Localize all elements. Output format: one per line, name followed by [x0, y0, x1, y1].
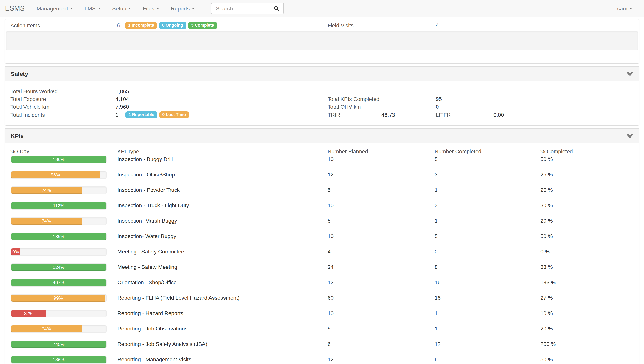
- kpi-number-planned: 10: [328, 228, 334, 244]
- user-menu[interactable]: cam: [617, 6, 644, 12]
- kpi-number-completed: 5: [434, 228, 438, 244]
- kpi-pct-completed: 10 %: [540, 305, 553, 321]
- kpi-progress-bar: 93%: [11, 171, 100, 178]
- action-items-count[interactable]: 6: [117, 19, 120, 31]
- kpi-type: Meeting - Safety Committee: [118, 244, 184, 259]
- panel-overview: Action Items 6 1 Incomplete0 Ongoing5 Co…: [4, 19, 640, 64]
- nav-item-label: Setup: [112, 6, 126, 12]
- kpi-table-row: 99% Reporting - FLHA (Field Level Hazard…: [5, 290, 639, 305]
- caret-icon: [70, 8, 73, 9]
- kpis-panel-heading: KPIs: [5, 129, 639, 143]
- status-badge: 0 Lost Time: [159, 111, 189, 118]
- kpi-pct-completed: 50 %: [540, 352, 553, 364]
- kpi-number-completed: 16: [434, 290, 440, 305]
- kpi-number-planned: 12: [328, 167, 334, 182]
- kpi-pct-completed: 25 %: [540, 167, 553, 182]
- kpi-number-completed: 0: [434, 244, 438, 259]
- kpi-progress-track: 124%: [11, 263, 107, 271]
- collapse-chevron-icon[interactable]: [627, 134, 633, 138]
- incident-badges: 1 Reportable0 Lost Time: [126, 111, 189, 119]
- kpi-type: Reporting - Job Safety Analysis (JSA): [118, 336, 207, 352]
- kpi-progress-track: 186%: [11, 233, 107, 240]
- stat-label: Total Vehicle km: [10, 103, 49, 111]
- safety-title: Safety: [11, 71, 28, 77]
- nav-item-setup[interactable]: Setup: [106, 0, 137, 17]
- kpi-number-planned: 10: [328, 151, 334, 167]
- kpi-progress-bar: 112%: [11, 202, 106, 209]
- kpi-number-completed: 8: [434, 259, 438, 275]
- field-visits-count[interactable]: 4: [436, 19, 439, 31]
- kpi-progress-bar: 497%: [11, 279, 106, 286]
- kpi-progress-track: 186%: [11, 156, 107, 163]
- kpi-progress-track: 497%: [11, 279, 107, 287]
- kpi-number-completed: 12: [434, 336, 440, 352]
- kpi-pct-completed: 33 %: [540, 259, 553, 275]
- panel-kpis: KPIs % / Day KPI Type Number Planned Num…: [4, 128, 640, 364]
- kpi-pct-completed: 27 %: [540, 290, 553, 305]
- stat-label: TRIR: [328, 111, 340, 119]
- status-badge: 1 Reportable: [126, 111, 157, 118]
- kpi-type: Reporting - FLHA (Field Level Hazard Ass…: [118, 290, 240, 305]
- kpi-progress-track: 745%: [11, 340, 107, 348]
- search-input[interactable]: [211, 3, 269, 14]
- nav-item-lms[interactable]: LMS: [79, 0, 106, 17]
- kpi-type: Inspection - Powder Truck: [118, 182, 180, 198]
- stat-value: 0.00: [494, 111, 504, 119]
- kpi-table-row: 186% Reporting - Management Visits 12 6 …: [5, 352, 639, 364]
- caret-icon: [192, 8, 194, 9]
- kpi-progress-label: 186%: [53, 356, 64, 363]
- kpis-table: % / Day KPI Type Number Planned Number C…: [5, 143, 639, 364]
- kpi-type: Reporting - Job Observations: [118, 321, 188, 336]
- kpi-progress-bar: 37%: [11, 310, 46, 317]
- kpi-table-row: 74% Inspection - Powder Truck 5 1 20 %: [5, 182, 639, 198]
- caret-icon: [98, 8, 101, 9]
- kpi-progress-track: 74%: [11, 186, 107, 194]
- kpi-progress-label: 186%: [53, 156, 64, 163]
- kpi-progress-bar: 186%: [11, 156, 106, 163]
- kpi-type: Inspection - Office/Shop: [118, 167, 175, 182]
- kpi-progress-track: 74%: [11, 325, 107, 333]
- stat-label: Total OHV km: [328, 103, 361, 111]
- kpi-progress-label: 74%: [42, 218, 51, 225]
- kpi-number-planned: 5: [328, 182, 331, 198]
- kpi-pct-completed: 20 %: [540, 213, 553, 228]
- kpi-progress-label: 0%: [12, 248, 19, 255]
- kpi-table-row: 112% Inspection - Truck - Light Duty 10 …: [5, 198, 639, 213]
- kpi-type: Inspection- Marsh Buggy: [118, 213, 177, 228]
- kpi-progress-label: 37%: [24, 310, 33, 317]
- brand-logo[interactable]: ESMS: [0, 5, 31, 13]
- kpi-number-completed: 1: [434, 182, 438, 198]
- stat-value: 4,104: [116, 95, 129, 103]
- kpi-progress-track: 0%: [11, 248, 107, 256]
- kpi-progress-track: 74%: [11, 217, 107, 225]
- nav-item-files[interactable]: Files: [137, 0, 165, 17]
- kpi-progress-bar: 99%: [11, 295, 105, 302]
- stat-value: 7,960: [116, 103, 129, 111]
- kpi-progress-label: 74%: [42, 187, 51, 194]
- stat-value: 48.73: [382, 111, 395, 119]
- collapse-chevron-icon[interactable]: [627, 72, 633, 76]
- kpi-number-completed: 5: [434, 151, 438, 167]
- kpi-progress-label: 745%: [53, 341, 64, 348]
- kpi-progress-bar: 124%: [11, 264, 106, 271]
- stat-label: Total KPIs Completed: [328, 95, 379, 103]
- search-icon: [274, 6, 279, 11]
- kpi-progress-bar: 186%: [11, 233, 106, 240]
- nav-item-management[interactable]: Management: [31, 0, 79, 17]
- top-navbar: ESMS ManagementLMSSetupFilesReports cam: [0, 0, 644, 17]
- kpi-progress-label: 93%: [51, 171, 60, 178]
- kpi-progress-label: 112%: [53, 202, 64, 209]
- esms-dashboard: ESMS ManagementLMSSetupFilesReports cam …: [0, 0, 644, 364]
- kpi-progress-bar: 0%: [11, 248, 20, 255]
- overview-row: Action Items 6 1 Incomplete0 Ongoing5 Co…: [5, 19, 639, 31]
- kpi-pct-completed: 0 %: [540, 244, 550, 259]
- kpi-type: Inspection - Buggy Drill: [118, 151, 173, 167]
- search-button[interactable]: [269, 3, 284, 14]
- nav-item-reports[interactable]: Reports: [165, 0, 200, 17]
- caret-icon: [128, 8, 131, 9]
- status-badge: 5 Complete: [188, 22, 217, 29]
- stat-label: LITFR: [436, 111, 451, 119]
- kpi-progress-track: 37%: [11, 310, 107, 317]
- kpi-progress-track: 99%: [11, 294, 107, 302]
- status-badge: 1 Incomplete: [125, 22, 157, 29]
